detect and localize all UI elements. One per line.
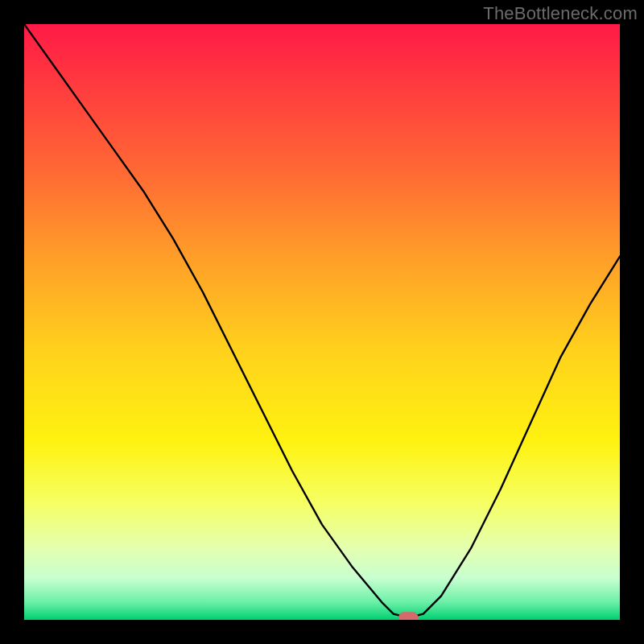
bottleneck-chart (24, 24, 620, 620)
gradient-background (24, 24, 620, 620)
optimal-marker (398, 612, 418, 620)
watermark-text: TheBottleneck.com (483, 3, 638, 24)
chart-frame: TheBottleneck.com (0, 0, 644, 644)
